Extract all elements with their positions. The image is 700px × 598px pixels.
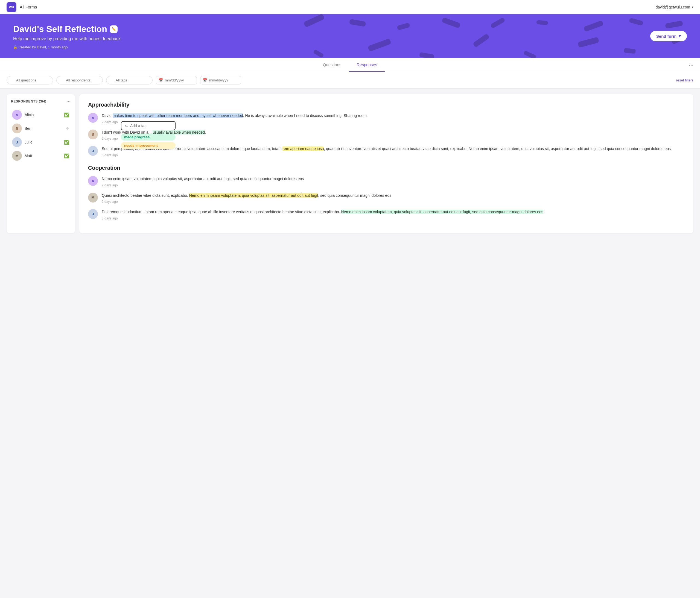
hero-title: David's Self Reflection ✏️	[13, 24, 687, 34]
response-body-4: Nemo enim ipsam voluptatem, quia volupta…	[102, 176, 685, 187]
response-body-1: David makes time to speak with other tea…	[102, 113, 685, 124]
tag-input-field[interactable]	[130, 124, 178, 128]
respondent-name-julie: Julie	[25, 140, 61, 144]
section-title-approachability: Approachability	[88, 102, 685, 108]
response-avatar-julie-3: J	[88, 146, 98, 156]
avatar-alicia: A	[12, 110, 22, 120]
section-title-cooperation: Cooperation	[88, 165, 685, 171]
highlight-yellow-3: rem aperiam eaque ipsa	[282, 147, 324, 151]
response-avatar-alicia-4: A	[88, 176, 98, 186]
user-email: david@getwulu.com	[656, 5, 690, 9]
top-bar: WU All Forms david@getwulu.com ▾	[0, 0, 700, 14]
highlight-yellow-5: Nemo enim ipsam voluptatem, quia volupta…	[189, 193, 318, 198]
response-item-4: A Nemo enim ipsam voluptatem, quia volup…	[88, 176, 685, 187]
response-text-5: Quasi architecto beatae vitae dicta sunt…	[102, 193, 685, 199]
check-icon-alicia: ✅	[64, 112, 70, 118]
tag-icon: 🏷	[125, 124, 128, 128]
tags-filter-input[interactable]	[106, 76, 153, 84]
tags-filter-wrap: 🔍	[106, 76, 153, 84]
response-item-2: B I don't work with David on a... usuall…	[88, 130, 685, 141]
date-from-input[interactable]	[156, 76, 197, 84]
tabs: Questions Responses	[315, 58, 385, 72]
questions-filter-wrap: 🔍	[6, 76, 53, 84]
response-time-4: 2 days ago	[102, 183, 685, 187]
respondent-item-ben[interactable]: B Ben ✈	[11, 122, 71, 135]
hero-subtitle: Help me improve by providing me with hon…	[13, 36, 687, 41]
tag-options: made progress needs improvement	[121, 133, 176, 150]
avatar-matt: M	[12, 151, 22, 161]
response-avatar-matt-5: M	[88, 193, 98, 203]
respondent-item-alicia[interactable]: A Alicia ✅	[11, 108, 71, 122]
check-icon-matt: ✅	[64, 153, 70, 158]
respondent-item-julie[interactable]: J Julie ✅	[11, 135, 71, 149]
user-menu[interactable]: david@getwulu.com ▾	[656, 5, 694, 9]
all-forms-link[interactable]: All Forms	[20, 5, 37, 9]
respondents-label: RESPONDENTS (3/4)	[11, 100, 47, 103]
sent-icon-ben: ✈	[66, 126, 70, 131]
section-cooperation: Cooperation A Nemo enim ipsam voluptatem…	[88, 165, 685, 220]
more-options-button[interactable]: ···	[689, 62, 694, 68]
response-text-6: Doloremque laudantium, totam rem aperiam…	[102, 209, 685, 215]
response-text-4: Nemo enim ipsam voluptatem, quia volupta…	[102, 176, 685, 182]
respondent-item-matt[interactable]: M Matt ✅	[11, 149, 71, 163]
response-text-3: Sed ut perspiciatis, unde omnis iste nat…	[102, 146, 685, 152]
questions-filter-input[interactable]	[6, 76, 53, 84]
top-bar-left: WU All Forms	[6, 2, 37, 12]
response-text-1: David makes time to speak with other tea…	[102, 113, 685, 119]
tab-questions[interactable]: Questions	[315, 58, 349, 72]
content-area: Approachability A David makes time to sp…	[79, 94, 694, 233]
edit-title-button[interactable]: ✏️	[110, 25, 118, 33]
chevron-down-icon: ▾	[679, 34, 681, 38]
respondents-filter-input[interactable]	[56, 76, 103, 84]
check-icon-julie: ✅	[64, 140, 70, 145]
sidebar-header: RESPONDENTS (3/4) ···	[11, 98, 71, 104]
respondent-name-matt: Matt	[25, 154, 61, 158]
sidebar-more-button[interactable]: ···	[67, 98, 71, 104]
highlight-blue-1: makes time to speak with other team memb…	[112, 113, 243, 118]
response-time-2: 2 days ago	[102, 137, 685, 140]
tabs-bar: Questions Responses ···	[0, 58, 700, 72]
section-approachability: Approachability A David makes time to sp…	[88, 102, 685, 157]
tab-responses[interactable]: Responses	[349, 58, 385, 72]
response-item-3: J Sed ut perspiciatis, unde omnis iste n…	[88, 146, 685, 157]
filters-bar: 🔍 🔍 🔍 📅 📅 reset filters	[0, 72, 700, 88]
response-time-1: 2 days ago	[102, 120, 685, 124]
respondent-name-alicia: Alicia	[25, 112, 61, 117]
hero-content: David's Self Reflection ✏️ Help me impro…	[13, 24, 687, 49]
response-body-6: Doloremque laudantium, totam rem aperiam…	[102, 209, 685, 220]
main-layout: RESPONDENTS (3/4) ··· A Alicia ✅ B Ben ✈…	[0, 88, 700, 239]
tag-option-needs-improvement[interactable]: needs improvement	[121, 142, 176, 149]
date-to-wrap: 📅	[200, 76, 241, 84]
tag-input-box[interactable]: 🏷	[121, 121, 176, 130]
response-time-6: 3 days ago	[102, 216, 685, 220]
tag-dropdown: 🏷 made progress needs improvement	[121, 121, 176, 150]
send-form-button[interactable]: Send form ▾	[650, 31, 687, 41]
date-from-wrap: 📅	[156, 76, 197, 84]
response-body-3: Sed ut perspiciatis, unde omnis iste nat…	[102, 146, 685, 157]
response-avatar-alicia-1: A	[88, 113, 98, 123]
highlight-green-6: Nemo enim ipsam voluptatem, quia volupta…	[341, 210, 543, 214]
response-avatar-julie-6: J	[88, 209, 98, 219]
response-time-5: 2 days ago	[102, 200, 685, 204]
svg-rect-9	[313, 49, 324, 58]
response-time-3: 3 days ago	[102, 153, 685, 157]
svg-rect-11	[419, 52, 434, 58]
chevron-down-icon: ▾	[692, 5, 694, 9]
respondents-filter-wrap: 🔍	[56, 76, 103, 84]
reset-filters-button[interactable]: reset filters	[676, 78, 694, 82]
date-to-input[interactable]	[200, 76, 241, 84]
response-item-1: A David makes time to speak with other t…	[88, 113, 685, 124]
response-avatar-ben-2: B	[88, 130, 98, 139]
wulu-logo: WU	[6, 2, 17, 12]
hero-meta: 🔒 Created by David, 1 month ago	[13, 45, 687, 49]
response-item-5: M Quasi architecto beatae vitae dicta su…	[88, 193, 685, 204]
response-body-5: Quasi architecto beatae vitae dicta sunt…	[102, 193, 685, 204]
avatar-julie: J	[12, 137, 22, 147]
response-item-6: J Doloremque laudantium, totam rem aperi…	[88, 209, 685, 220]
avatar-ben: B	[12, 124, 22, 133]
tag-option-made-progress[interactable]: made progress	[121, 134, 176, 140]
response-text-2: I don't work with David on a... usually …	[102, 130, 685, 135]
svg-rect-13	[523, 50, 537, 58]
hero-banner: David's Self Reflection ✏️ Help me impro…	[0, 14, 700, 58]
sidebar: RESPONDENTS (3/4) ··· A Alicia ✅ B Ben ✈…	[6, 94, 75, 233]
